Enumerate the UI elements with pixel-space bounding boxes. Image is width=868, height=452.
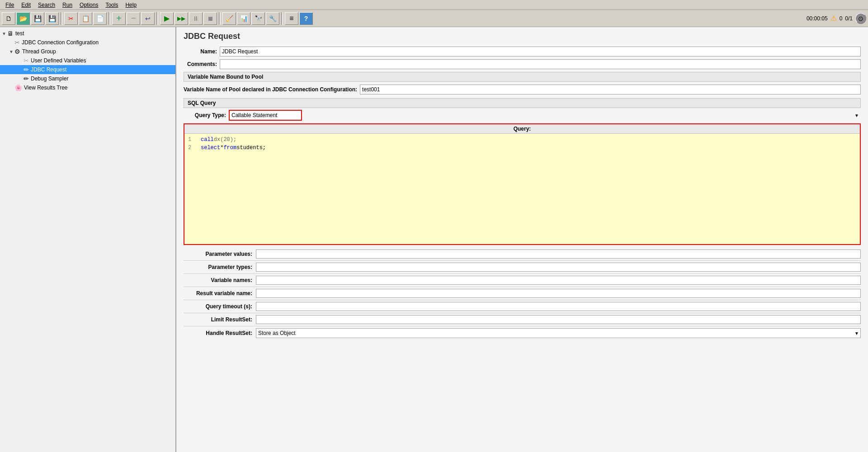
section-variable-header: Variable Name Bound to Pool bbox=[184, 72, 861, 82]
limit-resultset-row: Limit ResultSet: bbox=[184, 315, 861, 326]
user-defined-icon: ✂ bbox=[24, 57, 29, 64]
warning-count: 0 bbox=[840, 15, 843, 22]
query-timeout-input[interactable] bbox=[256, 302, 861, 311]
param-values-row: Parameter values: bbox=[184, 250, 861, 261]
help-button[interactable]: ? bbox=[299, 12, 313, 25]
name-label: Name: bbox=[184, 48, 220, 55]
name-input[interactable] bbox=[220, 47, 861, 56]
sidebar-item-label: Thread Group bbox=[22, 48, 56, 55]
pool-input[interactable] bbox=[360, 85, 861, 94]
report-button[interactable]: 📊 bbox=[237, 12, 250, 25]
name-row: Name: bbox=[184, 47, 861, 56]
query-timeout-row: Query timeout (s): bbox=[184, 302, 861, 313]
sidebar: ▼ 🖥 test ✂ JDBC Connection Configuration… bbox=[0, 27, 176, 452]
toolbar-separator-1 bbox=[61, 12, 62, 25]
expand-icon: ▼ bbox=[2, 31, 6, 36]
pause-button[interactable]: ⏸ bbox=[189, 12, 203, 25]
param-values-label: Parameter values: bbox=[184, 251, 256, 257]
query-type-wrapper: Callable Statement Select Statement Upda… bbox=[229, 110, 861, 121]
sidebar-item-user-defined[interactable]: ✂ User Defined Variables bbox=[0, 56, 175, 65]
undo-button[interactable]: ↩ bbox=[141, 12, 155, 25]
param-values-input[interactable] bbox=[256, 250, 861, 259]
sidebar-item-debug-sampler[interactable]: ✏ Debug Sampler bbox=[0, 74, 175, 83]
handle-resultset-select[interactable]: Store as Object Count Records Store as S… bbox=[256, 328, 861, 338]
query-type-select[interactable]: Callable Statement Select Statement Upda… bbox=[229, 110, 302, 121]
params-section: Parameter values: Parameter types: Varia… bbox=[184, 250, 861, 338]
result-var-input[interactable] bbox=[256, 289, 861, 298]
paste-button[interactable]: 📄 bbox=[93, 12, 107, 25]
query-area: Query: 1 call dx(20); 2 select * from st… bbox=[184, 123, 861, 245]
toolbar-right: 00:00:05 ⚠ 0 0/1 ⊙ bbox=[807, 13, 866, 24]
code-editor[interactable]: 1 call dx(20); 2 select * from students; bbox=[184, 134, 860, 244]
list-button[interactable]: ≡ bbox=[285, 12, 298, 25]
sidebar-item-jdbc-request[interactable]: ✏ JDBC Request bbox=[0, 65, 175, 74]
menu-tools[interactable]: Tools bbox=[102, 1, 122, 9]
binoculars-button[interactable]: 🔭 bbox=[251, 12, 265, 25]
sidebar-item-jdbc-connection[interactable]: ✂ JDBC Connection Configuration bbox=[0, 38, 175, 47]
run-no-pause-button[interactable]: ▶▶ bbox=[175, 12, 188, 25]
menu-edit[interactable]: Edit bbox=[18, 1, 34, 9]
result-var-label: Result variable name: bbox=[184, 290, 256, 297]
param-types-input[interactable] bbox=[256, 263, 861, 272]
menu-search[interactable]: Search bbox=[34, 1, 59, 9]
code-line-1: 1 call dx(20); bbox=[188, 136, 856, 144]
new-button[interactable]: 🗋 bbox=[2, 12, 15, 25]
line-number: 1 bbox=[188, 136, 197, 144]
save-button[interactable]: 💾 bbox=[31, 12, 44, 25]
main-layout: ▼ 🖥 test ✂ JDBC Connection Configuration… bbox=[0, 27, 868, 452]
toolbar-separator-2 bbox=[108, 12, 110, 25]
toolbar-separator-3 bbox=[156, 12, 158, 25]
debug-sampler-icon: ✏ bbox=[24, 75, 29, 82]
add-button[interactable]: + bbox=[112, 12, 126, 25]
handle-select-wrapper: Store as Object Count Records Store as S… bbox=[256, 328, 861, 338]
comments-label: Comments: bbox=[184, 61, 220, 67]
view-results-icon: 🌸 bbox=[14, 84, 22, 91]
cut-button[interactable]: ✂ bbox=[64, 12, 78, 25]
clear-button[interactable]: 🧹 bbox=[222, 12, 236, 25]
status-button[interactable]: ⊙ bbox=[855, 13, 866, 24]
code-call-kw: call bbox=[201, 136, 214, 144]
copy-button[interactable]: 📋 bbox=[79, 12, 92, 25]
sidebar-item-label: Debug Sampler bbox=[31, 75, 68, 82]
toolbar-separator-4 bbox=[219, 12, 221, 25]
function-button[interactable]: 🔧 bbox=[266, 12, 279, 25]
pool-label: Variable Name of Pool declared in JDBC C… bbox=[184, 86, 360, 93]
toolbar-separator-5 bbox=[281, 12, 283, 25]
var-names-input[interactable] bbox=[256, 276, 861, 285]
expand-icon: ▼ bbox=[9, 49, 14, 54]
content-panel: JDBC Request Name: Comments: Variable Na… bbox=[176, 27, 868, 452]
ratio-display: 0/1 bbox=[845, 15, 853, 22]
test-icon: 🖥 bbox=[7, 30, 14, 37]
toolbar: 🗋 📂 💾 💾 ✂ 📋 📄 + − ↩ ▶ ▶▶ ⏸ ⏹ 🧹 📊 🔭 🔧 ≡ ?… bbox=[0, 10, 868, 27]
sql-section-header: SQL Query bbox=[184, 98, 861, 108]
timer-display: 00:00:05 bbox=[807, 15, 828, 22]
limit-resultset-input[interactable] bbox=[256, 315, 861, 324]
code-from-kw: from bbox=[223, 144, 236, 152]
warning-icon: ⚠ bbox=[830, 14, 837, 23]
menu-options[interactable]: Options bbox=[76, 1, 102, 9]
run-button[interactable]: ▶ bbox=[160, 12, 174, 25]
remove-button[interactable]: − bbox=[127, 12, 140, 25]
open-button[interactable]: 📂 bbox=[16, 12, 30, 25]
sidebar-item-view-results[interactable]: 🌸 View Results Tree bbox=[0, 83, 175, 92]
query-type-label: Query Type: bbox=[184, 112, 229, 118]
code-select-kw: select bbox=[201, 144, 220, 152]
sidebar-item-thread-group[interactable]: ▼ ⚙ Thread Group bbox=[0, 47, 175, 56]
save-as-button[interactable]: 💾 bbox=[45, 12, 59, 25]
var-names-label: Variable names: bbox=[184, 277, 256, 283]
comments-input[interactable] bbox=[220, 59, 861, 69]
stop-button[interactable]: ⏹ bbox=[203, 12, 217, 25]
handle-resultset-row: Handle ResultSet: Store as Object Count … bbox=[184, 328, 861, 338]
param-types-row: Parameter types: bbox=[184, 263, 861, 274]
menu-run[interactable]: Run bbox=[59, 1, 76, 9]
code-func: dx(20); bbox=[214, 136, 236, 144]
code-empty-space[interactable] bbox=[188, 152, 856, 242]
query-type-row: Query Type: Callable Statement Select St… bbox=[184, 110, 861, 121]
sidebar-item-label: test bbox=[15, 30, 24, 37]
query-timeout-label: Query timeout (s): bbox=[184, 303, 256, 310]
result-var-row: Result variable name: bbox=[184, 289, 861, 300]
code-star: * bbox=[220, 144, 223, 152]
menu-help[interactable]: Help bbox=[122, 1, 140, 9]
sidebar-item-test[interactable]: ▼ 🖥 test bbox=[0, 29, 175, 38]
menu-file[interactable]: File bbox=[2, 1, 18, 9]
